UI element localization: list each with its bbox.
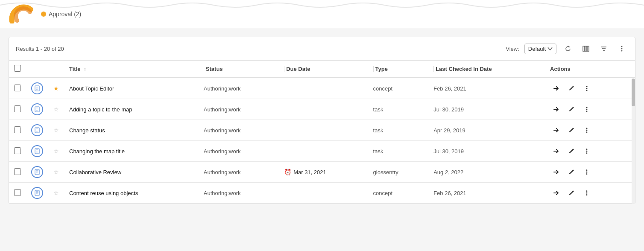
row-checkbox[interactable] xyxy=(14,126,21,133)
svg-point-23 xyxy=(586,109,588,110)
edit-button[interactable] xyxy=(565,103,577,115)
star-icon[interactable]: ☆ xyxy=(53,127,59,134)
actions-header: Actions xyxy=(545,61,635,78)
row-checkbox-cell xyxy=(9,141,26,162)
navigate-button[interactable] xyxy=(550,145,562,157)
svg-point-24 xyxy=(586,111,588,112)
row-checkbox[interactable] xyxy=(14,147,21,154)
row-more-options-button[interactable] xyxy=(581,166,593,178)
sort-arrow-icon: ↑ xyxy=(84,67,86,72)
pencil-icon xyxy=(568,106,574,112)
row-type-cell: concept xyxy=(368,78,429,99)
star-icon[interactable]: ☆ xyxy=(53,190,59,196)
edit-button[interactable] xyxy=(565,82,577,94)
row-more-options-button[interactable] xyxy=(581,103,593,115)
main-container: Results 1 - 20 of 20 View: Default xyxy=(9,37,635,204)
arrow-right-icon xyxy=(553,169,559,175)
row-checkbox[interactable] xyxy=(14,168,21,175)
row-status: Authoring:work xyxy=(204,127,241,134)
row-checkbox-cell xyxy=(9,78,26,99)
row-title: About Topic Editor xyxy=(69,85,114,92)
row-status: Authoring:work xyxy=(204,148,241,155)
edit-button[interactable] xyxy=(565,166,577,178)
svg-point-55 xyxy=(586,193,588,194)
document-icon xyxy=(31,82,43,94)
scrollbar-track[interactable] xyxy=(632,79,635,204)
row-star-cell: ☆ xyxy=(48,120,64,141)
table-wrapper: Title ↑ Status Due Date Type Last Checke… xyxy=(9,61,635,204)
row-last-checked-in-cell: Feb 26, 2021 xyxy=(428,183,545,204)
row-more-options-button[interactable] xyxy=(581,187,593,199)
row-status: Authoring:work xyxy=(204,85,241,92)
navigate-button[interactable] xyxy=(550,103,562,115)
more-dots-icon xyxy=(586,85,588,91)
navigate-button[interactable] xyxy=(550,187,562,199)
view-select-dropdown[interactable]: Default xyxy=(524,44,556,54)
actions-container xyxy=(550,145,630,157)
row-actions-cell xyxy=(545,141,635,162)
arrow-right-icon xyxy=(553,85,559,91)
star-icon[interactable]: ☆ xyxy=(53,106,59,113)
row-checkbox[interactable] xyxy=(14,189,21,196)
refresh-button[interactable] xyxy=(562,42,574,55)
filter-button[interactable] xyxy=(597,42,610,55)
col-divider xyxy=(433,66,434,72)
svg-point-14 xyxy=(586,86,588,87)
more-options-button[interactable] xyxy=(615,42,628,55)
star-icon[interactable]: ☆ xyxy=(53,169,59,175)
svg-rect-2 xyxy=(587,46,589,51)
filter-icon xyxy=(600,45,607,52)
table-row: ☆Change statusAuthoring:worktaskApr 29, … xyxy=(9,120,635,141)
row-status-cell: Authoring:work xyxy=(199,162,279,183)
row-due-date-cell xyxy=(279,99,368,120)
star-icon[interactable]: ★ xyxy=(53,85,59,92)
pencil-icon xyxy=(568,169,574,175)
navigate-button[interactable] xyxy=(550,82,562,94)
star-icon[interactable]: ☆ xyxy=(53,148,59,155)
more-dots-icon xyxy=(586,127,588,133)
title-header[interactable]: Title ↑ xyxy=(64,61,199,78)
row-star-cell: ☆ xyxy=(48,141,64,162)
edit-button[interactable] xyxy=(565,145,577,157)
row-actions-cell xyxy=(545,78,635,99)
pencil-icon xyxy=(568,85,574,91)
row-more-options-button[interactable] xyxy=(581,82,593,94)
row-title-cell: Adding a topic to the map xyxy=(64,99,199,120)
header-controls: View: Default xyxy=(506,42,628,55)
document-icon xyxy=(31,166,43,178)
doc-icon xyxy=(34,148,40,154)
svg-point-6 xyxy=(621,46,623,47)
row-more-options-button[interactable] xyxy=(581,124,593,136)
row-status-cell: Authoring:work xyxy=(199,183,279,204)
due-date-value: Mar 31, 2021 xyxy=(293,169,326,175)
select-all-checkbox[interactable] xyxy=(14,65,21,72)
star-header xyxy=(48,61,64,78)
row-icon-cell xyxy=(26,141,48,162)
row-title: Changing the map title xyxy=(69,148,125,155)
status-header: Status xyxy=(199,61,279,78)
svg-point-47 xyxy=(586,172,588,173)
scrollbar-thumb[interactable] xyxy=(632,79,635,106)
row-checkbox[interactable] xyxy=(14,85,21,91)
edit-button[interactable] xyxy=(565,187,577,199)
svg-rect-1 xyxy=(585,46,587,51)
navigate-button[interactable] xyxy=(550,124,562,136)
row-last-checked-in-cell: Jul 30, 2019 xyxy=(428,99,545,120)
navigate-button[interactable] xyxy=(550,166,562,178)
row-more-options-button[interactable] xyxy=(581,145,593,157)
results-header: Results 1 - 20 of 20 View: Default xyxy=(9,37,635,61)
edit-button[interactable] xyxy=(565,124,577,136)
more-dots-icon xyxy=(586,106,588,112)
row-due-date-cell: ⏰ Mar 31, 2021 xyxy=(279,162,368,183)
content-table: Title ↑ Status Due Date Type Last Checke… xyxy=(9,61,635,204)
arrow-right-icon xyxy=(553,148,559,154)
arrow-right-icon xyxy=(553,106,559,112)
due-date-container: ⏰ Mar 31, 2021 xyxy=(284,169,363,175)
columns-button[interactable] xyxy=(580,42,592,55)
row-icon-cell xyxy=(26,120,48,141)
row-checkbox[interactable] xyxy=(14,105,21,112)
overdue-clock-icon: ⏰ xyxy=(284,169,291,175)
approval-badge: Approval (2) xyxy=(41,11,81,18)
row-last-checked-in: Aug 2, 2022 xyxy=(433,169,463,175)
row-status-cell: Authoring:work xyxy=(199,78,279,99)
